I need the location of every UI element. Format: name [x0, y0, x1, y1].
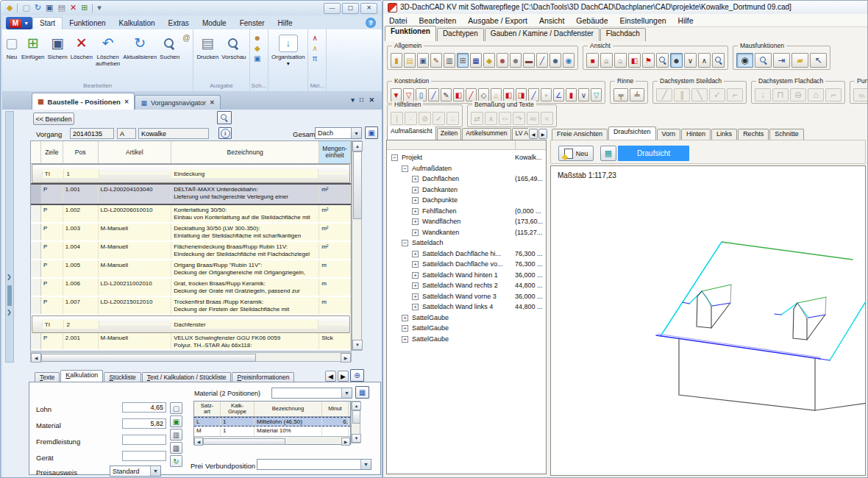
measure-icon[interactable]: π — [312, 54, 317, 63]
tree-item-dachflächen[interactable]: +Dachflächen(165,49... — [387, 174, 546, 185]
ribbon-button-löschen-aufheben[interactable]: ↶Löschen aufheben — [94, 31, 121, 82]
column-header-mengen-einheit[interactable]: Mengen- einheit — [319, 141, 351, 163]
ribbon-tab-module[interactable]: Module — [196, 18, 233, 29]
roof-view-icon[interactable]: ⌂ — [600, 53, 613, 68]
expand-icon[interactable]: + — [412, 272, 419, 279]
tab-scroll-left-button[interactable]: ◀ — [325, 371, 336, 382]
table-row[interactable]: P1.002LD-L200206010010Konterlattung 30/5… — [31, 205, 351, 224]
view-tab-rechts[interactable]: Rechts — [738, 129, 769, 140]
save-icon[interactable]: ▣ — [46, 3, 53, 13]
collapse-icon[interactable]: − — [402, 240, 408, 246]
collapse-icon[interactable]: − — [391, 154, 398, 161]
title-bar[interactable]: 3D-DachCAD KV mit Softwarepflege [C:\Dac… — [383, 1, 867, 15]
doc-tab-baustelle-positionen[interactable]: ▦Baustelle - Positionen✕ — [32, 93, 135, 110]
view-2d-icon[interactable]: ■ — [586, 53, 599, 68]
table-row[interactable]: P2.001M-ManuellVELUX Schwingfenster GGU … — [31, 333, 351, 351]
delete-icon[interactable]: ✕ — [70, 3, 77, 13]
roof-red-icon[interactable]: ∧ — [312, 34, 317, 42]
kalkulation-hscrollbar[interactable]: ◀▶ — [194, 436, 350, 444]
expand-icon[interactable]: + — [402, 325, 408, 332]
cube-icon[interactable]: ◆ — [7, 3, 13, 13]
doc-tab-vorgangsnavigator[interactable]: ▦Vorgangsnavigator✕ — [135, 95, 220, 110]
info-doc-icon[interactable]: ▣ — [254, 54, 262, 63]
roof-gold-icon[interactable]: ∧ — [312, 44, 317, 52]
kalkulation-row[interactable]: M1Material 10% — [194, 427, 350, 436]
exit-door-icon[interactable]: ▮ — [391, 53, 402, 68]
draufsicht-button[interactable]: Draufsicht — [618, 146, 689, 161]
window-small-icon[interactable]: ▫ — [541, 88, 552, 101]
ribbon-button-organisation[interactable]: ↓Organisation▾ — [270, 31, 306, 82]
vorgang-name-field[interactable] — [138, 128, 209, 139]
ribbon-tab-start[interactable]: Start — [32, 17, 63, 29]
expand-icon[interactable]: + — [412, 251, 419, 257]
info-button[interactable]: i — [218, 127, 232, 139]
expand-icon[interactable]: + — [412, 261, 419, 268]
user-info-icon[interactable]: ☻ — [254, 34, 262, 42]
scroll-up-icon[interactable]: ▲ — [352, 402, 361, 410]
valley-icon[interactable]: ∨ — [578, 88, 589, 101]
verbundposition-combobox[interactable]: ▼ — [257, 459, 371, 470]
pitch-up-icon[interactable]: ∧ — [698, 53, 711, 68]
pen-icon[interactable]: ✎ — [441, 88, 452, 101]
tab-gauben-kamine-dachfenster[interactable]: Gauben / Kamine / Dachfenster — [485, 28, 600, 41]
zoom-in-icon[interactable] — [712, 53, 725, 68]
save-icon[interactable]: ▣ — [417, 53, 429, 68]
expand-icon[interactable]: + — [412, 229, 419, 236]
tree-item-aufmaßdaten[interactable]: −Aufmaßdaten — [387, 164, 546, 174]
tree-tab-zeiten[interactable]: Zeiten — [437, 128, 462, 140]
material-detail-button[interactable]: ▦ — [355, 386, 369, 399]
field-input-fremdleistung[interactable] — [122, 435, 166, 445]
vorgang-number-field[interactable] — [70, 128, 114, 139]
table-row[interactable]: P1.001LD-L200204103040DELTA®-MAXX Unterd… — [31, 183, 351, 205]
tree-item-wandflächen[interactable]: +Wandflächen(173,60... — [387, 217, 546, 227]
kalkulation-row[interactable]: L1Mittellohn (46,50)6, — [194, 417, 350, 427]
menu-bearbeiten[interactable]: Bearbeiten — [413, 16, 463, 25]
panel-settings-button[interactable]: ⊕ — [350, 369, 364, 382]
chevron-down-icon[interactable]: ▾ — [351, 96, 355, 104]
tree-tab-lv-au[interactable]: LV Au — [512, 128, 528, 140]
maximize-button[interactable]: ▢ — [342, 3, 359, 14]
view-tab-hinten[interactable]: Hinten — [681, 129, 711, 140]
ribbon-tab-extras[interactable]: Extras — [162, 18, 196, 29]
tab-flachdach[interactable]: Flachdach — [600, 28, 646, 41]
door-left-icon[interactable]: ◧ — [503, 88, 514, 101]
tree-item-satteldach-wand-links-4[interactable]: +Satteldach Wand links 444,800 ... — [387, 302, 546, 313]
roof-red-icon[interactable]: ◧ — [628, 53, 641, 68]
scroll-left-icon[interactable]: ◀ — [194, 438, 203, 446]
close-icon[interactable]: ✕ — [124, 99, 129, 105]
column-header-x[interactable] — [31, 141, 41, 163]
expand-icon[interactable]: + — [412, 293, 419, 300]
tree-item-fehlflächen[interactable]: +Fehlflächen(0,000 ... — [387, 207, 546, 217]
line-blue-icon[interactable]: ╱ — [428, 88, 439, 101]
collapse-icon[interactable]: − — [402, 165, 408, 172]
tab-dachtypen[interactable]: Dachtypen — [437, 28, 484, 41]
menu-gebäude[interactable]: Gebäude — [570, 16, 613, 25]
trash-x-button[interactable]: ▥ — [170, 442, 182, 454]
scroll-left-icon[interactable]: ◀ — [31, 353, 41, 363]
window-add-icon[interactable]: ⊞ — [81, 3, 88, 13]
menu-ausgabe-export[interactable]: Ausgabe / Export — [462, 16, 533, 25]
sync-icon[interactable]: ↻ — [35, 3, 41, 13]
expand-icon[interactable]: + — [402, 336, 408, 343]
tile-windows-icon[interactable]: ∷ — [360, 96, 364, 104]
column-header-zeile[interactable]: Zeile — [41, 141, 63, 163]
tree-item-satteldach-wand-hinten-1[interactable]: +Satteldach Wand hinten 136,000 ... — [387, 271, 546, 281]
detail-view-button[interactable]: ▣ — [365, 126, 378, 139]
tab-funktionen[interactable]: Funktionen — [385, 26, 436, 41]
door-right-icon[interactable]: ◨ — [516, 88, 527, 101]
zoom-mouse-icon[interactable] — [755, 53, 772, 68]
field-input-lohn[interactable] — [122, 402, 166, 413]
table-row[interactable]: P1.004M-ManuellFlächeneindeckung Braas/R… — [31, 242, 351, 260]
roof-rotate-icon[interactable]: ⌂ — [614, 53, 627, 68]
gesamt-combobox[interactable]: Dach ▼ — [315, 127, 362, 139]
collapsed-splitter[interactable]: ❯ ❯ — [5, 111, 14, 363]
zoom-out-icon[interactable] — [656, 53, 669, 68]
copy-window-icon[interactable]: ⊞ — [457, 53, 469, 68]
tab-scroll-right-button[interactable]: ▶ — [338, 371, 349, 382]
field-input-gerät[interactable] — [122, 451, 166, 461]
tree-item-wandkanten[interactable]: +Wandkanten(115,27... — [387, 228, 546, 238]
ribbon-button-vorschau[interactable]: Vorschau — [220, 31, 247, 82]
globe-icon[interactable]: ◉ — [563, 53, 574, 68]
package-icon[interactable]: ◆ — [254, 44, 262, 52]
table-row[interactable]: TI2Dachfenster — [32, 315, 350, 333]
